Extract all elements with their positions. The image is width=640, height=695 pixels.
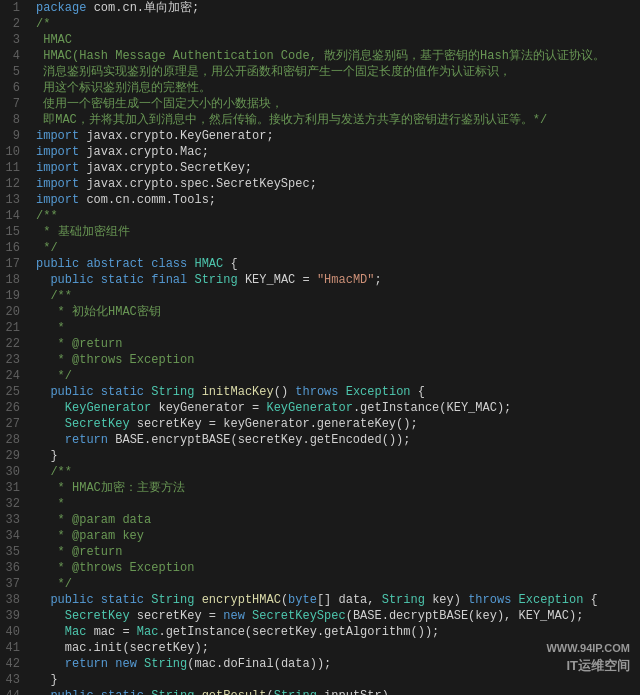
line-number: 20	[4, 304, 20, 320]
code-line: /**	[36, 208, 640, 224]
code-line: /*	[36, 16, 640, 32]
code-line: public static String getResult(String in…	[36, 688, 640, 695]
code-line: 使用一个密钥生成一个固定大小的小数据块，	[36, 96, 640, 112]
line-number: 12	[4, 176, 20, 192]
code-line: 用这个标识鉴别消息的完整性。	[36, 80, 640, 96]
code-line: import javax.crypto.SecretKey;	[36, 160, 640, 176]
code-line: * 基础加密组件	[36, 224, 640, 240]
line-number: 6	[4, 80, 20, 96]
line-number: 36	[4, 560, 20, 576]
code-line: 消息鉴别码实现鉴别的原理是，用公开函数和密钥产生一个固定长度的值作为认证标识，	[36, 64, 640, 80]
code-line: import com.cn.comm.Tools;	[36, 192, 640, 208]
line-number: 22	[4, 336, 20, 352]
line-number: 41	[4, 640, 20, 656]
code-line: SecretKey secretKey = keyGenerator.gener…	[36, 416, 640, 432]
code-line: * @param key	[36, 528, 640, 544]
code-line: * @return	[36, 336, 640, 352]
line-number: 5	[4, 64, 20, 80]
line-number: 24	[4, 368, 20, 384]
code-line: *	[36, 496, 640, 512]
line-number: 3	[4, 32, 20, 48]
line-number: 19	[4, 288, 20, 304]
line-number: 14	[4, 208, 20, 224]
line-number: 31	[4, 480, 20, 496]
code-line: return BASE.encryptBASE(secretKey.getEnc…	[36, 432, 640, 448]
code-line: * HMAC加密：主要方法	[36, 480, 640, 496]
code-line: import javax.crypto.KeyGenerator;	[36, 128, 640, 144]
line-number: 32	[4, 496, 20, 512]
code-line: *	[36, 320, 640, 336]
code-line: 即MAC，并将其加入到消息中，然后传输。接收方利用与发送方共享的密钥进行鉴别认证…	[36, 112, 640, 128]
code-content: package com.cn.单向加密;/* HMAC HMAC(Hash Me…	[28, 0, 640, 695]
line-number: 4	[4, 48, 20, 64]
line-number: 11	[4, 160, 20, 176]
line-number: 2	[4, 16, 20, 32]
line-number: 8	[4, 112, 20, 128]
line-number: 42	[4, 656, 20, 672]
watermark-top: WWW.94IP.COM	[546, 641, 630, 656]
line-number: 39	[4, 608, 20, 624]
line-number: 9	[4, 128, 20, 144]
line-number: 40	[4, 624, 20, 640]
code-line: public abstract class HMAC {	[36, 256, 640, 272]
line-number: 26	[4, 400, 20, 416]
line-number: 28	[4, 432, 20, 448]
code-line: /**	[36, 288, 640, 304]
line-numbers: 1234567891011121314151617181920212223242…	[0, 0, 28, 695]
line-number: 29	[4, 448, 20, 464]
code-line: public static String initMacKey() throws…	[36, 384, 640, 400]
code-line: import javax.crypto.Mac;	[36, 144, 640, 160]
line-number: 21	[4, 320, 20, 336]
line-number: 15	[4, 224, 20, 240]
code-line: */	[36, 576, 640, 592]
line-number: 23	[4, 352, 20, 368]
code-line: KeyGenerator keyGenerator = KeyGenerator…	[36, 400, 640, 416]
line-number: 18	[4, 272, 20, 288]
line-number: 37	[4, 576, 20, 592]
code-line: SecretKey secretKey = new SecretKeySpec(…	[36, 608, 640, 624]
watermark-bottom: IT运维空间	[546, 657, 630, 675]
code-line: * @throws Exception	[36, 560, 640, 576]
code-line: * @throws Exception	[36, 352, 640, 368]
line-number: 43	[4, 672, 20, 688]
code-line: HMAC	[36, 32, 640, 48]
code-line: Mac mac = Mac.getInstance(secretKey.getA…	[36, 624, 640, 640]
line-number: 44	[4, 688, 20, 695]
watermark: WWW.94IP.COM IT运维空间	[546, 641, 630, 675]
line-number: 13	[4, 192, 20, 208]
line-number: 30	[4, 464, 20, 480]
code-line: public static final String KEY_MAC = "Hm…	[36, 272, 640, 288]
code-line: /**	[36, 464, 640, 480]
code-line: HMAC(Hash Message Authentication Code, 散…	[36, 48, 640, 64]
code-line: * @param data	[36, 512, 640, 528]
code-line: * 初始化HMAC密钥	[36, 304, 640, 320]
line-number: 27	[4, 416, 20, 432]
line-number: 33	[4, 512, 20, 528]
code-container: 1234567891011121314151617181920212223242…	[0, 0, 640, 695]
line-number: 25	[4, 384, 20, 400]
code-line: * @return	[36, 544, 640, 560]
line-number: 1	[4, 0, 20, 16]
line-number: 17	[4, 256, 20, 272]
line-number: 16	[4, 240, 20, 256]
code-line: public static String encryptHMAC(byte[] …	[36, 592, 640, 608]
code-line: import javax.crypto.spec.SecretKeySpec;	[36, 176, 640, 192]
code-line: package com.cn.单向加密;	[36, 0, 640, 16]
line-number: 10	[4, 144, 20, 160]
line-number: 34	[4, 528, 20, 544]
line-number: 38	[4, 592, 20, 608]
line-number: 7	[4, 96, 20, 112]
code-line: }	[36, 448, 640, 464]
line-number: 35	[4, 544, 20, 560]
code-line: */	[36, 240, 640, 256]
code-line: */	[36, 368, 640, 384]
